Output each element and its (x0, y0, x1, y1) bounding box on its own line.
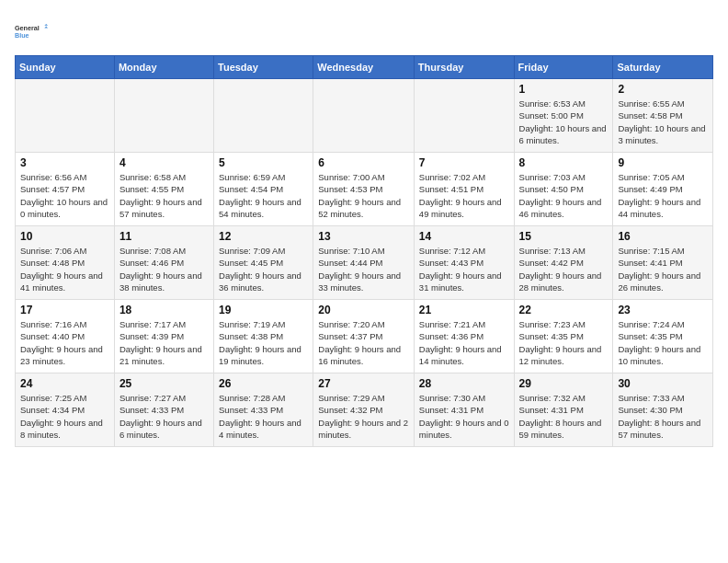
day-number: 28 (419, 377, 509, 390)
day-info: Sunrise: 6:53 AM Sunset: 5:00 PM Dayligh… (519, 98, 609, 146)
day-info: Sunrise: 7:19 AM Sunset: 4:38 PM Dayligh… (219, 318, 308, 367)
day-number: 6 (318, 156, 409, 169)
day-info: Sunrise: 7:33 AM Sunset: 4:30 PM Dayligh… (618, 392, 708, 441)
day-number: 9 (618, 156, 708, 169)
day-info: Sunrise: 6:58 AM Sunset: 4:55 PM Dayligh… (119, 171, 209, 220)
week-row-4: 17Sunrise: 7:16 AM Sunset: 4:40 PM Dayli… (16, 300, 713, 373)
calendar-cell: 2Sunrise: 6:55 AM Sunset: 4:58 PM Daylig… (613, 79, 713, 153)
day-info: Sunrise: 7:02 AM Sunset: 4:51 PM Dayligh… (419, 171, 509, 220)
weekday-friday: Friday (514, 56, 613, 79)
calendar-cell: 8Sunrise: 7:03 AM Sunset: 4:50 PM Daylig… (514, 153, 613, 226)
day-info: Sunrise: 6:56 AM Sunset: 4:57 PM Dayligh… (20, 171, 109, 220)
day-info: Sunrise: 7:09 AM Sunset: 4:45 PM Dayligh… (219, 245, 308, 293)
calendar-cell: 21Sunrise: 7:21 AM Sunset: 4:36 PM Dayli… (414, 300, 514, 373)
svg-marker-2 (44, 24, 48, 26)
day-info: Sunrise: 7:08 AM Sunset: 4:46 PM Dayligh… (119, 245, 209, 293)
svg-text:Blue: Blue (15, 31, 29, 40)
day-number: 16 (618, 230, 708, 243)
day-info: Sunrise: 7:16 AM Sunset: 4:40 PM Dayligh… (20, 318, 109, 367)
day-number: 21 (419, 304, 509, 316)
weekday-tuesday: Tuesday (214, 56, 313, 79)
weekday-sunday: Sunday (16, 56, 115, 79)
day-number: 15 (519, 230, 609, 243)
day-info: Sunrise: 7:21 AM Sunset: 4:36 PM Dayligh… (419, 318, 509, 367)
calendar-cell: 13Sunrise: 7:10 AM Sunset: 4:44 PM Dayli… (313, 226, 415, 300)
calendar-cell: 16Sunrise: 7:15 AM Sunset: 4:41 PM Dayli… (613, 226, 713, 300)
logo-svg: General Blue (15, 15, 48, 48)
calendar-cell: 26Sunrise: 7:28 AM Sunset: 4:33 PM Dayli… (214, 373, 313, 447)
day-info: Sunrise: 7:23 AM Sunset: 4:35 PM Dayligh… (519, 318, 609, 367)
day-number: 20 (318, 304, 409, 316)
calendar-cell: 1Sunrise: 6:53 AM Sunset: 5:00 PM Daylig… (514, 79, 613, 153)
day-info: Sunrise: 6:55 AM Sunset: 4:58 PM Dayligh… (618, 98, 708, 146)
day-number: 30 (618, 377, 708, 390)
day-info: Sunrise: 7:25 AM Sunset: 4:34 PM Dayligh… (20, 392, 109, 441)
day-info: Sunrise: 7:20 AM Sunset: 4:37 PM Dayligh… (318, 318, 409, 367)
day-number: 29 (519, 377, 609, 390)
day-info: Sunrise: 7:06 AM Sunset: 4:48 PM Dayligh… (20, 245, 109, 293)
day-number: 25 (119, 377, 209, 390)
logo: General Blue (15, 15, 48, 48)
day-info: Sunrise: 7:05 AM Sunset: 4:49 PM Dayligh… (618, 171, 708, 220)
calendar-cell (16, 79, 115, 153)
weekday-wednesday: Wednesday (313, 56, 415, 79)
calendar-cell: 29Sunrise: 7:32 AM Sunset: 4:31 PM Dayli… (514, 373, 613, 447)
calendar-cell: 22Sunrise: 7:23 AM Sunset: 4:35 PM Dayli… (514, 300, 613, 373)
calendar-cell: 12Sunrise: 7:09 AM Sunset: 4:45 PM Dayli… (214, 226, 313, 300)
calendar-cell (313, 79, 415, 153)
calendar-cell: 18Sunrise: 7:17 AM Sunset: 4:39 PM Dayli… (114, 300, 213, 373)
day-info: Sunrise: 7:27 AM Sunset: 4:33 PM Dayligh… (119, 392, 209, 441)
calendar-cell: 28Sunrise: 7:30 AM Sunset: 4:31 PM Dayli… (414, 373, 514, 447)
day-info: Sunrise: 7:12 AM Sunset: 4:43 PM Dayligh… (419, 245, 509, 293)
calendar-cell: 11Sunrise: 7:08 AM Sunset: 4:46 PM Dayli… (114, 226, 213, 300)
weekday-header-row: SundayMondayTuesdayWednesdayThursdayFrid… (16, 56, 713, 79)
day-info: Sunrise: 7:32 AM Sunset: 4:31 PM Dayligh… (519, 392, 609, 441)
calendar-cell: 6Sunrise: 7:00 AM Sunset: 4:53 PM Daylig… (313, 153, 415, 226)
calendar-cell (214, 79, 313, 153)
day-number: 24 (20, 377, 109, 390)
day-number: 10 (20, 230, 109, 243)
day-number: 8 (519, 156, 609, 169)
weekday-thursday: Thursday (414, 56, 514, 79)
day-info: Sunrise: 7:10 AM Sunset: 4:44 PM Dayligh… (318, 245, 409, 293)
calendar-cell: 19Sunrise: 7:19 AM Sunset: 4:38 PM Dayli… (214, 300, 313, 373)
calendar-cell (414, 79, 514, 153)
day-number: 5 (219, 156, 308, 169)
weekday-saturday: Saturday (613, 56, 713, 79)
page-header: General Blue (15, 15, 713, 48)
day-number: 12 (219, 230, 308, 243)
week-row-1: 1Sunrise: 6:53 AM Sunset: 5:00 PM Daylig… (16, 79, 713, 153)
day-number: 14 (419, 230, 509, 243)
day-number: 2 (618, 83, 708, 96)
day-number: 13 (318, 230, 409, 243)
calendar-cell: 10Sunrise: 7:06 AM Sunset: 4:48 PM Dayli… (16, 226, 115, 300)
day-info: Sunrise: 7:24 AM Sunset: 4:35 PM Dayligh… (618, 318, 708, 367)
calendar-cell: 4Sunrise: 6:58 AM Sunset: 4:55 PM Daylig… (114, 153, 213, 226)
day-number: 18 (119, 304, 209, 316)
calendar-cell: 14Sunrise: 7:12 AM Sunset: 4:43 PM Dayli… (414, 226, 514, 300)
weekday-monday: Monday (114, 56, 213, 79)
calendar-cell: 27Sunrise: 7:29 AM Sunset: 4:32 PM Dayli… (313, 373, 415, 447)
day-number: 1 (519, 83, 609, 96)
day-info: Sunrise: 7:17 AM Sunset: 4:39 PM Dayligh… (119, 318, 209, 367)
day-number: 22 (519, 304, 609, 316)
calendar-cell: 15Sunrise: 7:13 AM Sunset: 4:42 PM Dayli… (514, 226, 613, 300)
week-row-2: 3Sunrise: 6:56 AM Sunset: 4:57 PM Daylig… (16, 153, 713, 226)
day-number: 3 (20, 156, 109, 169)
svg-marker-3 (44, 27, 48, 29)
calendar-cell (114, 79, 213, 153)
calendar-cell: 7Sunrise: 7:02 AM Sunset: 4:51 PM Daylig… (414, 153, 514, 226)
calendar-cell: 5Sunrise: 6:59 AM Sunset: 4:54 PM Daylig… (214, 153, 313, 226)
day-info: Sunrise: 7:13 AM Sunset: 4:42 PM Dayligh… (519, 245, 609, 293)
day-info: Sunrise: 6:59 AM Sunset: 4:54 PM Dayligh… (219, 171, 308, 220)
calendar-cell: 17Sunrise: 7:16 AM Sunset: 4:40 PM Dayli… (16, 300, 115, 373)
calendar-cell: 9Sunrise: 7:05 AM Sunset: 4:49 PM Daylig… (613, 153, 713, 226)
day-info: Sunrise: 7:03 AM Sunset: 4:50 PM Dayligh… (519, 171, 609, 220)
calendar-table: SundayMondayTuesdayWednesdayThursdayFrid… (15, 55, 713, 447)
calendar-cell: 24Sunrise: 7:25 AM Sunset: 4:34 PM Dayli… (16, 373, 115, 447)
day-info: Sunrise: 7:28 AM Sunset: 4:33 PM Dayligh… (219, 392, 308, 441)
calendar-cell: 23Sunrise: 7:24 AM Sunset: 4:35 PM Dayli… (613, 300, 713, 373)
calendar-cell: 25Sunrise: 7:27 AM Sunset: 4:33 PM Dayli… (114, 373, 213, 447)
calendar-cell: 20Sunrise: 7:20 AM Sunset: 4:37 PM Dayli… (313, 300, 415, 373)
calendar-cell: 30Sunrise: 7:33 AM Sunset: 4:30 PM Dayli… (613, 373, 713, 447)
